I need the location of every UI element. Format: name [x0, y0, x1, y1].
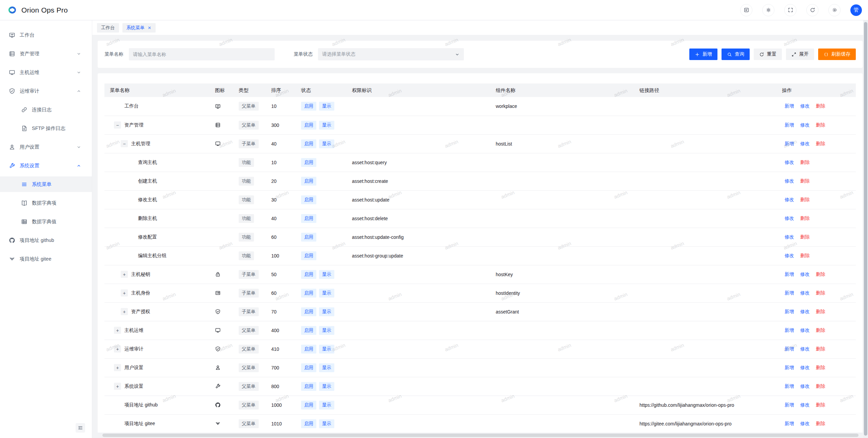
shell: 工作台资产管理主机运维运维审计连接日志SFTP 操作日志用户设置系统设置系统菜单…: [0, 20, 868, 438]
reset-button[interactable]: 重置: [754, 49, 782, 60]
search-icon: [727, 52, 732, 57]
sidebar-collapse-button[interactable]: [76, 423, 85, 433]
op-delete-link[interactable]: 删除: [816, 309, 825, 314]
refresh-button[interactable]: [806, 4, 818, 16]
menu-status-select[interactable]: 请选择菜单状态: [318, 48, 464, 60]
op-add-link[interactable]: 新增: [785, 383, 794, 389]
sidebar-item-connect-log[interactable]: 连接日志: [0, 102, 92, 117]
op-edit-link[interactable]: 修改: [800, 365, 810, 370]
sidebar-item-system-settings[interactable]: 系统设置: [0, 158, 92, 173]
add-button[interactable]: 新增: [689, 49, 717, 60]
op-add-link[interactable]: 新增: [785, 309, 794, 314]
op-edit-link[interactable]: 修改: [800, 327, 810, 333]
expand-toggle[interactable]: +: [121, 271, 128, 278]
sidebar-item-user-settings[interactable]: 用户设置: [0, 139, 92, 155]
op-add-link[interactable]: 新增: [785, 327, 794, 333]
op-delete-link[interactable]: 删除: [816, 365, 825, 370]
code-button[interactable]: [740, 4, 752, 16]
expand-placeholder: [127, 215, 135, 222]
op-edit-link[interactable]: 修改: [800, 122, 810, 128]
op-edit-link[interactable]: 修改: [785, 178, 794, 184]
op-delete-link[interactable]: 删除: [816, 346, 825, 351]
op-delete-link[interactable]: 删除: [800, 215, 810, 221]
expand-toggle[interactable]: +: [114, 364, 121, 371]
op-add-link[interactable]: 新增: [785, 271, 794, 277]
sidebar-item-github[interactable]: 项目地址 github: [0, 232, 92, 248]
sidebar-item-ops-audit[interactable]: 运维审计: [0, 83, 92, 99]
fullscreen-button[interactable]: [784, 4, 796, 16]
op-add-link[interactable]: 新增: [785, 346, 794, 351]
settings-button[interactable]: [828, 4, 841, 16]
op-edit-link[interactable]: 修改: [785, 197, 794, 202]
menu-name-text: 资产授权: [131, 309, 150, 315]
horizontal-scrollbar[interactable]: [102, 434, 859, 437]
op-edit-link[interactable]: 修改: [800, 383, 810, 389]
op-delete-link[interactable]: 删除: [816, 383, 825, 389]
vertical-scrollbar-thumb[interactable]: [864, 22, 867, 436]
theme-button[interactable]: [762, 4, 774, 16]
op-edit-link[interactable]: 修改: [800, 271, 810, 277]
op-delete-link[interactable]: 删除: [816, 421, 825, 426]
sidebar-item-gitee[interactable]: 项目地址 gitee: [0, 251, 92, 267]
op-edit-link[interactable]: 修改: [800, 290, 810, 296]
op-delete-link[interactable]: 删除: [816, 103, 825, 109]
op-edit-link[interactable]: 修改: [785, 159, 794, 165]
expand-toggle[interactable]: +: [114, 327, 121, 334]
op-edit-link[interactable]: 修改: [785, 253, 794, 258]
tab-工作台[interactable]: 工作台: [97, 23, 119, 33]
op-edit-link[interactable]: 修改: [800, 309, 810, 314]
op-delete-link[interactable]: 删除: [800, 178, 810, 184]
query-button[interactable]: 查询: [722, 49, 750, 60]
expand-toggle[interactable]: +: [121, 308, 128, 315]
sidebar-item-workplace[interactable]: 工作台: [0, 27, 92, 43]
op-delete-link[interactable]: 删除: [800, 234, 810, 240]
op-delete-link[interactable]: 删除: [816, 271, 825, 277]
op-add-link[interactable]: 新增: [785, 122, 794, 128]
status-tags: 启用显示: [301, 419, 341, 428]
expand-toggle[interactable]: +: [121, 289, 128, 297]
op-edit-link[interactable]: 修改: [800, 103, 810, 109]
status-tags: 启用: [301, 233, 341, 242]
op-add-link[interactable]: 新增: [785, 421, 794, 426]
expand-toggle[interactable]: +: [114, 345, 121, 353]
op-edit-link[interactable]: 修改: [785, 215, 794, 221]
menu-name-input[interactable]: [129, 48, 275, 60]
op-edit-link[interactable]: 修改: [800, 141, 810, 146]
op-edit-link[interactable]: 修改: [800, 402, 810, 407]
sidebar-item-asset-manage[interactable]: 资产管理: [0, 46, 92, 61]
op-delete-link[interactable]: 删除: [800, 253, 810, 258]
cell-menu-name: 编辑主机分组: [104, 246, 210, 265]
op-delete-link[interactable]: 删除: [816, 402, 825, 407]
vertical-scrollbar[interactable]: [863, 20, 868, 438]
op-add-link[interactable]: 新增: [785, 402, 794, 407]
sidebar-item-system-menu[interactable]: 系统菜单: [0, 176, 92, 192]
expand-toggle[interactable]: +: [114, 383, 121, 390]
op-add-link[interactable]: 新增: [785, 141, 794, 146]
refresh-cache-button[interactable]: 刷新缓存: [818, 49, 856, 60]
user-avatar[interactable]: 管: [850, 4, 862, 16]
sidebar-item-dict-values[interactable]: 数据字典值: [0, 214, 92, 229]
table-row: +运维审计父菜单410启用显示新增修改删除: [104, 340, 856, 358]
op-delete-link[interactable]: 删除: [816, 327, 825, 333]
expand-button[interactable]: 展开: [786, 49, 814, 60]
expand-toggle[interactable]: −: [121, 140, 128, 147]
op-delete-link[interactable]: 删除: [816, 122, 825, 128]
menu-name: 项目地址 gitee: [110, 420, 204, 427]
op-add-link[interactable]: 新增: [785, 365, 794, 370]
op-add-link[interactable]: 新增: [785, 290, 794, 296]
op-delete-link[interactable]: 删除: [800, 159, 810, 165]
op-delete-link[interactable]: 删除: [816, 290, 825, 296]
op-delete-link[interactable]: 删除: [800, 197, 810, 202]
sidebar-item-host-ops[interactable]: 主机运维: [0, 64, 92, 80]
op-add-link[interactable]: 新增: [785, 103, 794, 109]
op-edit-link[interactable]: 修改: [800, 346, 810, 351]
expand-toggle[interactable]: −: [114, 121, 121, 129]
cell-component: hostList: [490, 134, 634, 153]
op-edit-link[interactable]: 修改: [800, 421, 810, 426]
sidebar-item-dict-keys[interactable]: 数据字典项: [0, 195, 92, 211]
cell-operations: 新增修改删除: [776, 377, 856, 396]
sidebar-item-sftp-log[interactable]: SFTP 操作日志: [0, 120, 92, 136]
op-delete-link[interactable]: 删除: [816, 141, 825, 146]
op-edit-link[interactable]: 修改: [785, 234, 794, 240]
tab-系统菜单[interactable]: 系统菜单: [122, 23, 156, 33]
